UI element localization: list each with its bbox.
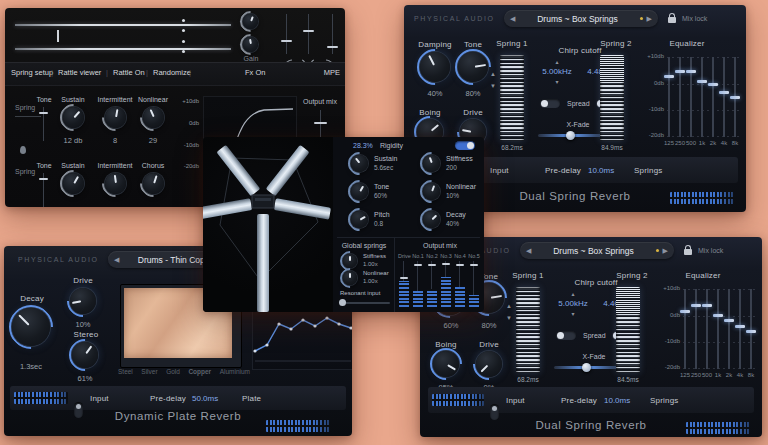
spring1-up-icon[interactable]: ▲	[490, 71, 496, 77]
eq-band-handle[interactable]	[713, 314, 723, 317]
eq-band-track[interactable]	[717, 289, 719, 369]
resonant-input-slider-handle[interactable]	[339, 299, 346, 306]
chirp-value-1[interactable]: 5.00kHz	[537, 67, 577, 76]
menu-item-spring-setup[interactable]: Spring setup	[11, 68, 53, 77]
eq-band-handle[interactable]	[746, 330, 756, 333]
gain-knob-upper[interactable]	[243, 14, 258, 29]
eq-band-handle[interactable]	[691, 304, 701, 307]
pitch-knob[interactable]	[351, 211, 368, 228]
eq-band-handle[interactable]	[675, 70, 685, 73]
eq-band-track[interactable]	[684, 289, 686, 369]
lock-icon[interactable]	[684, 249, 692, 255]
eq-band-track[interactable]	[701, 57, 703, 137]
decay-knob[interactable]	[423, 211, 440, 228]
rigidity-toggle[interactable]	[455, 141, 475, 150]
tone-knob[interactable]	[351, 183, 368, 200]
eq-band-track[interactable]	[723, 57, 725, 137]
material-steel[interactable]: Steel	[118, 368, 133, 375]
fx-slider-2-track[interactable]	[308, 14, 309, 54]
caret-down-icon[interactable]: ▾	[553, 310, 593, 317]
eq-band-track[interactable]	[690, 57, 692, 137]
caret-down-icon[interactable]: ▾	[537, 78, 577, 85]
fx-slider-3-track[interactable]	[332, 14, 333, 54]
global-stiffness-knob[interactable]	[343, 254, 357, 268]
material-aluminium[interactable]: Aluminium	[220, 368, 250, 375]
eq-band-handle[interactable]	[697, 80, 707, 83]
resonant-input-slider-track[interactable]	[340, 302, 390, 304]
spring-wire-1[interactable]	[15, 24, 231, 26]
eq-band-track[interactable]	[728, 289, 730, 369]
tone-slider-handle[interactable]	[39, 112, 48, 114]
eq-band-handle[interactable]	[730, 96, 740, 99]
predelay-value[interactable]: 10.0ms	[604, 396, 630, 405]
menu-item-mpe[interactable]: MPE	[324, 68, 340, 77]
input-toggle[interactable]	[490, 404, 499, 420]
spread-toggle-left[interactable]	[540, 99, 560, 108]
preset-prev-icon[interactable]: ◀	[114, 256, 119, 264]
material-gold[interactable]: Gold	[166, 368, 180, 375]
eq-band-track[interactable]	[712, 57, 714, 137]
menu-item-rattle-viewer[interactable]: Rattle viewer	[58, 68, 101, 77]
predelay-value[interactable]: 50.0ms	[192, 394, 218, 403]
spring-node-dot[interactable]	[182, 40, 185, 43]
fx-slider-1-handle[interactable]	[281, 40, 292, 42]
fx-slider-1-track[interactable]	[286, 14, 287, 54]
eq-band-track[interactable]	[750, 289, 752, 369]
drive-knob[interactable]	[70, 288, 96, 314]
preset-prev-icon[interactable]: ◀	[526, 247, 531, 255]
output-col-handle[interactable]	[470, 264, 478, 266]
sustain-knob[interactable]	[63, 173, 84, 194]
eq-band-handle[interactable]	[702, 304, 712, 307]
spring-wire-2[interactable]	[15, 48, 231, 50]
eq-band-handle[interactable]	[735, 325, 745, 328]
gain-knob-lower[interactable]	[243, 37, 258, 52]
lock-icon[interactable]	[668, 17, 676, 23]
decay-knob[interactable]	[12, 308, 50, 346]
menu-item-rattle-on[interactable]: Rattle On	[113, 68, 145, 77]
nonlinear-knob[interactable]	[143, 107, 164, 128]
chirp-value-1[interactable]: 5.00kHz	[553, 299, 593, 308]
preset-prev-icon[interactable]: ◀	[510, 15, 515, 23]
output-col-handle[interactable]	[414, 264, 422, 266]
spring-node-dot[interactable]	[182, 29, 185, 32]
spring-fan-visualization[interactable]	[203, 137, 333, 312]
stereo-knob[interactable]	[72, 342, 98, 368]
spring1-up-icon[interactable]: ▲	[506, 303, 512, 309]
fx-slider-3-handle[interactable]	[327, 46, 338, 48]
material-silver[interactable]: Silver	[141, 368, 157, 375]
mix-lock-label[interactable]: Mix lock	[682, 15, 707, 22]
fx-slider-2-handle[interactable]	[303, 30, 314, 32]
xfade-slider-handle[interactable]	[582, 363, 591, 372]
sustain-knob[interactable]	[351, 155, 368, 172]
eq-band-track[interactable]	[679, 57, 681, 137]
spring-a-label[interactable]: Spring	[15, 104, 35, 111]
eq-band-track[interactable]	[695, 289, 697, 369]
spring-node-dot[interactable]	[182, 19, 185, 22]
drive-knob[interactable]	[476, 351, 502, 377]
preset-next-icon[interactable]: ▶	[663, 247, 668, 255]
output-col-handle[interactable]	[428, 264, 436, 266]
spring-b-label[interactable]: Spring	[15, 168, 35, 175]
intermittent-knob[interactable]	[105, 173, 126, 194]
damping-knob[interactable]	[420, 52, 450, 82]
mix-lock-label[interactable]: Mix lock	[698, 247, 723, 254]
predelay-value[interactable]: 10.0ms	[588, 166, 614, 175]
caret-up-icon[interactable]: ▴	[553, 290, 593, 297]
menu-item-fx-on[interactable]: Fx On	[245, 68, 265, 77]
eq-band-track[interactable]	[668, 57, 670, 137]
spring1-down-icon[interactable]: ▼	[490, 83, 496, 89]
material-copper-selected[interactable]: Copper	[188, 368, 211, 375]
spring1-down-icon[interactable]: ▼	[506, 315, 512, 321]
preset-selector[interactable]: ◀ Drums ~ Box Springs ▶	[504, 10, 658, 27]
preset-name[interactable]: Drums ~ Box Springs	[535, 246, 651, 256]
preset-selector[interactable]: ◀ Drums ~ Box Springs ▶	[520, 242, 674, 259]
global-nonlinear-knob[interactable]	[343, 271, 357, 285]
eq-band-handle[interactable]	[724, 319, 734, 322]
eq-band-handle[interactable]	[686, 70, 696, 73]
output-mix-slider-handle[interactable]	[314, 122, 327, 124]
eq-band-handle[interactable]	[719, 91, 729, 94]
sustain-knob[interactable]	[63, 107, 84, 128]
eq-band-track[interactable]	[706, 289, 708, 369]
stiffness-knob[interactable]	[423, 155, 440, 172]
spread-toggle-left[interactable]	[556, 331, 576, 340]
